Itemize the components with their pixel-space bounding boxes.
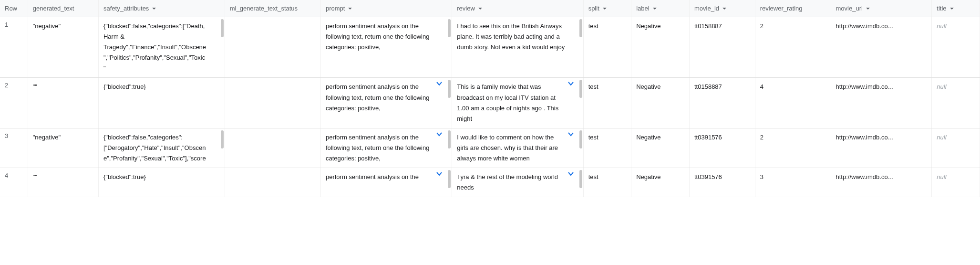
header-label: ml_generate_text_status — [230, 5, 298, 12]
title-cell: null — [932, 17, 980, 78]
header-label: Row — [5, 5, 17, 12]
header-safety-attributes[interactable]: safety_attributes — [98, 0, 225, 17]
scroll-thumb[interactable] — [448, 19, 451, 37]
generated-text-cell: "negative" — [28, 17, 98, 78]
cell-text: I had to see this on the British Airways… — [457, 21, 578, 53]
title-cell: null — [932, 128, 980, 168]
scroll-thumb[interactable] — [579, 170, 582, 188]
scroll-thumb[interactable] — [579, 130, 582, 148]
reviewer-rating-cell: 2 — [755, 128, 831, 168]
movie-id-cell: tt0158887 — [690, 78, 755, 128]
title-cell: null — [932, 168, 980, 197]
review-cell: Tyra & the rest of the modeling world ne… — [452, 168, 583, 197]
header-label: prompt — [326, 5, 345, 12]
sort-icon[interactable] — [478, 6, 483, 11]
sort-icon[interactable] — [652, 6, 657, 11]
header-label[interactable]: label — [631, 0, 690, 17]
table-row: 3"negative"{"blocked":false,"categories"… — [0, 128, 980, 168]
movie-url-cell: http://www.imdb.co… — [831, 128, 932, 168]
split-cell: test — [583, 128, 631, 168]
reviewer-rating-cell: 2 — [755, 17, 831, 78]
header-label: movie_url — [836, 5, 863, 12]
label-cell: Negative — [631, 17, 690, 78]
header-movie-url[interactable]: movie_url — [831, 0, 932, 17]
header-label: generated_text — [33, 5, 74, 12]
header-movie-id[interactable]: movie_id — [690, 0, 755, 17]
scroll-thumb[interactable] — [448, 130, 451, 148]
movie-id-cell: tt0391576 — [690, 168, 755, 197]
label-cell: Negative — [631, 128, 690, 168]
label-cell: Negative — [631, 78, 690, 128]
movie-url-cell: http://www.imdb.co… — [831, 78, 932, 128]
cell-text: {"blocked":false,"categories":["Derogato… — [103, 132, 220, 164]
scroll-thumb[interactable] — [579, 80, 582, 98]
chevron-down-icon[interactable] — [435, 130, 443, 138]
split-cell: test — [583, 78, 631, 128]
split-cell: test — [583, 17, 631, 78]
ml-status-cell — [225, 128, 320, 168]
chevron-down-icon[interactable] — [567, 170, 575, 178]
header-label: movie_id — [694, 5, 719, 12]
row-number-cell: 2 — [0, 78, 28, 128]
movie-url-cell: http://www.imdb.co… — [831, 168, 932, 197]
sort-icon[interactable] — [602, 6, 607, 11]
null-value: null — [937, 83, 946, 90]
row-number-cell: 1 — [0, 17, 28, 78]
cell-text: I would like to comment on how the girls… — [457, 132, 578, 164]
review-cell: This is a family movie that was broadcas… — [452, 78, 583, 128]
header-review[interactable]: review — [452, 0, 583, 17]
header-reviewer-rating[interactable]: reviewer_rating — [755, 0, 831, 17]
sort-icon[interactable] — [866, 6, 870, 11]
safety-attributes-cell: {"blocked":false,"categories":["Derogato… — [98, 128, 225, 168]
safety-attributes-cell: {"blocked":false,"categories":["Death, H… — [98, 17, 225, 78]
scroll-thumb[interactable] — [448, 170, 451, 188]
generated-text-cell: "" — [28, 78, 98, 128]
row-number-cell: 3 — [0, 128, 28, 168]
sort-icon[interactable] — [152, 6, 156, 11]
label-cell: Negative — [631, 168, 690, 197]
sort-icon[interactable] — [348, 6, 352, 11]
null-value: null — [937, 173, 946, 180]
chevron-down-icon[interactable] — [567, 80, 575, 87]
safety-attributes-cell: {"blocked":true} — [98, 78, 225, 128]
chevron-down-icon[interactable] — [435, 80, 443, 87]
prompt-cell: perform sentiment analysis on the — [320, 168, 452, 197]
review-cell: I would like to comment on how the girls… — [452, 128, 583, 168]
chevron-down-icon[interactable] — [567, 130, 575, 138]
header-row-number[interactable]: Row — [0, 0, 28, 17]
cell-text: This is a family movie that was broadcas… — [457, 82, 578, 124]
ml-status-cell — [225, 168, 320, 197]
chevron-down-icon[interactable] — [435, 170, 443, 178]
cell-text: perform sentiment analysis on the follow… — [326, 82, 447, 113]
prompt-cell: perform sentiment analysis on the follow… — [320, 17, 452, 78]
sort-icon[interactable] — [722, 6, 727, 11]
reviewer-rating-cell: 4 — [755, 78, 831, 128]
ml-status-cell — [225, 17, 320, 78]
title-cell: null — [932, 78, 980, 128]
cell-text: perform sentiment analysis on the follow… — [326, 21, 447, 53]
header-split[interactable]: split — [583, 0, 631, 17]
sort-icon[interactable] — [949, 6, 954, 11]
table-row: 1"negative"{"blocked":false,"categories"… — [0, 17, 980, 78]
split-cell: test — [583, 168, 631, 197]
header-label: safety_attributes — [103, 5, 149, 12]
scroll-thumb[interactable] — [221, 130, 224, 148]
header-label: review — [457, 5, 475, 12]
header-ml-status[interactable]: ml_generate_text_status — [225, 0, 320, 17]
table-row: 4""{"blocked":true}perform sentiment ana… — [0, 168, 980, 197]
null-value: null — [937, 22, 946, 30]
cell-text: {"blocked":true} — [103, 82, 220, 92]
scroll-thumb[interactable] — [448, 80, 451, 98]
header-generated-text[interactable]: generated_text — [28, 0, 98, 17]
cell-text: {"blocked":true} — [103, 172, 220, 182]
header-label: label — [636, 5, 649, 12]
header-label: reviewer_rating — [760, 5, 803, 12]
scroll-thumb[interactable] — [579, 19, 582, 37]
cell-text: {"blocked":false,"categories":["Death, H… — [103, 21, 220, 74]
scroll-thumb[interactable] — [221, 19, 224, 37]
header-title[interactable]: title — [932, 0, 980, 17]
results-table: Row generated_text safety_attributes ml_… — [0, 0, 980, 197]
row-number-cell: 4 — [0, 168, 28, 197]
movie-id-cell: tt0158887 — [690, 17, 755, 78]
header-prompt[interactable]: prompt — [320, 0, 452, 17]
